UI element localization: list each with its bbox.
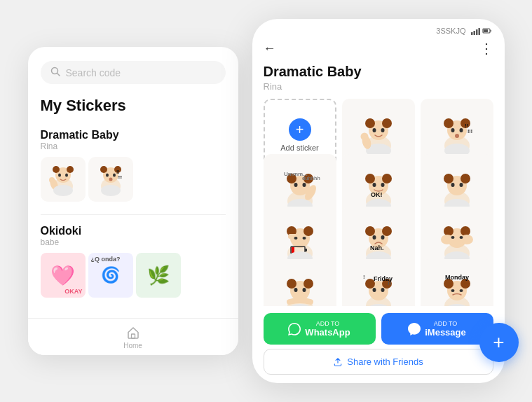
svg-point-103 bbox=[287, 279, 296, 289]
svg-point-43 bbox=[459, 128, 463, 132]
pack-previews-1: !! !!! bbox=[41, 157, 226, 202]
add-circle-icon: + bbox=[289, 118, 311, 141]
preview-okidoki-1: 🩷 OKAY bbox=[41, 253, 86, 298]
nav-home[interactable]: Home bbox=[123, 326, 142, 349]
svg-point-76 bbox=[303, 226, 313, 236]
pack-title: Dramatic Baby bbox=[252, 64, 505, 80]
svg-rect-27 bbox=[484, 29, 488, 32]
svg-point-123 bbox=[459, 289, 463, 292]
svg-point-98 bbox=[451, 236, 454, 239]
svg-point-87 bbox=[382, 226, 392, 236]
svg-point-104 bbox=[303, 279, 313, 289]
svg-point-17 bbox=[109, 178, 112, 181]
svg-text:duhhhh: duhhhh bbox=[302, 176, 320, 181]
imessage-label: iMessage bbox=[425, 327, 466, 338]
svg-point-122 bbox=[451, 289, 454, 292]
svg-point-99 bbox=[459, 236, 463, 239]
preview-okidoki-2: 🌀 ¿Q onda? bbox=[88, 253, 133, 298]
preview-okidoki-3: 🌿 bbox=[136, 253, 181, 298]
add-to-imessage-button[interactable]: ADD TO iMessage bbox=[381, 313, 493, 345]
svg-point-44 bbox=[455, 134, 459, 138]
svg-point-6 bbox=[58, 174, 61, 177]
status-icons bbox=[470, 26, 492, 36]
svg-text:!!: !! bbox=[388, 280, 391, 286]
status-bar: 3SSKJQ bbox=[252, 19, 505, 36]
svg-point-68 bbox=[444, 174, 453, 183]
svg-point-34 bbox=[381, 128, 384, 132]
svg-point-52 bbox=[294, 183, 297, 187]
svg-point-61 bbox=[382, 174, 392, 183]
nav-home-label: Home bbox=[123, 342, 142, 349]
divider-1 bbox=[41, 214, 226, 215]
svg-rect-25 bbox=[478, 28, 480, 35]
svg-point-89 bbox=[381, 235, 384, 240]
svg-point-37 bbox=[360, 133, 368, 141]
svg-point-13 bbox=[100, 166, 107, 173]
share-button[interactable]: Share with Friends bbox=[264, 349, 493, 375]
svg-point-60 bbox=[365, 174, 375, 183]
search-icon bbox=[50, 67, 60, 78]
right-phone: 3SSKJQ ← ⋮ Dramatic Baby bbox=[252, 19, 505, 383]
svg-point-78 bbox=[294, 237, 297, 240]
sticker-pack-dramatic-baby[interactable]: Dramatic Baby Rina bbox=[41, 129, 226, 202]
svg-point-106 bbox=[302, 288, 306, 292]
pack-name-2: Okidoki bbox=[41, 225, 226, 237]
svg-point-94 bbox=[444, 226, 453, 236]
svg-point-95 bbox=[461, 226, 470, 236]
svg-point-97 bbox=[461, 235, 473, 244]
preview-thumb-2: !! !!! bbox=[88, 157, 133, 202]
svg-rect-22 bbox=[471, 32, 473, 35]
sticker-cell-10[interactable]: Friday ! !! bbox=[342, 259, 415, 306]
svg-point-112 bbox=[372, 288, 376, 292]
action-buttons: ADD TO WhatsApp ADD TO iMessage bbox=[252, 306, 505, 349]
sticker-cell-11[interactable]: Monday bbox=[421, 259, 493, 306]
back-button[interactable]: ← bbox=[264, 41, 276, 56]
sticker-grid: + Add sticker TRAY bbox=[252, 99, 505, 306]
svg-point-69 bbox=[461, 174, 470, 183]
svg-point-86 bbox=[365, 226, 375, 236]
svg-point-96 bbox=[441, 235, 453, 244]
svg-point-70 bbox=[451, 183, 454, 187]
fab-add[interactable]: + bbox=[479, 323, 519, 362]
svg-point-53 bbox=[302, 183, 306, 187]
svg-point-9 bbox=[49, 177, 55, 183]
svg-text:OK!: OK! bbox=[371, 191, 383, 198]
svg-text:!!!: !!! bbox=[468, 129, 472, 134]
svg-point-7 bbox=[65, 174, 68, 177]
svg-point-42 bbox=[451, 128, 454, 132]
svg-point-113 bbox=[381, 288, 384, 292]
svg-point-63 bbox=[381, 183, 384, 187]
svg-point-16 bbox=[113, 174, 116, 177]
whatsapp-label-small: ADD TO bbox=[305, 320, 350, 327]
left-title: My Stickers bbox=[41, 97, 226, 115]
scene: Search code My Stickers Dramatic Baby Ri… bbox=[28, 19, 505, 383]
phone-header: ← ⋮ bbox=[252, 36, 505, 64]
svg-rect-28 bbox=[490, 30, 491, 32]
svg-point-40 bbox=[444, 118, 453, 128]
preview-thumb-1 bbox=[41, 157, 86, 202]
bottom-nav: Home bbox=[28, 318, 238, 355]
svg-line-1 bbox=[57, 74, 60, 76]
svg-point-62 bbox=[372, 183, 376, 187]
svg-text:!!: !! bbox=[465, 123, 468, 129]
svg-rect-24 bbox=[476, 29, 478, 35]
sticker-pack-okidoki[interactable]: Okidoki babe 🩷 OKAY 🌀 ¿Q onda? 🌿 bbox=[41, 225, 226, 298]
pack-author: Rina bbox=[252, 80, 505, 99]
svg-point-4 bbox=[53, 166, 60, 173]
add-to-whatsapp-button[interactable]: ADD TO WhatsApp bbox=[264, 313, 376, 345]
svg-point-31 bbox=[365, 118, 375, 128]
svg-point-88 bbox=[372, 235, 376, 240]
svg-point-33 bbox=[372, 128, 376, 132]
search-bar[interactable]: Search code bbox=[41, 61, 226, 84]
svg-point-105 bbox=[294, 288, 297, 292]
menu-button[interactable]: ⋮ bbox=[479, 40, 493, 57]
svg-point-71 bbox=[459, 183, 463, 187]
sticker-cell-9[interactable] bbox=[264, 259, 336, 306]
svg-rect-81 bbox=[305, 249, 307, 251]
svg-text:!!: !! bbox=[116, 169, 120, 174]
pack-previews-2: 🩷 OKAY 🌀 ¿Q onda? 🌿 bbox=[41, 253, 226, 298]
imessage-label-small: ADD TO bbox=[425, 320, 466, 327]
svg-point-20 bbox=[101, 185, 121, 196]
svg-point-15 bbox=[106, 174, 109, 177]
svg-rect-23 bbox=[473, 31, 475, 35]
